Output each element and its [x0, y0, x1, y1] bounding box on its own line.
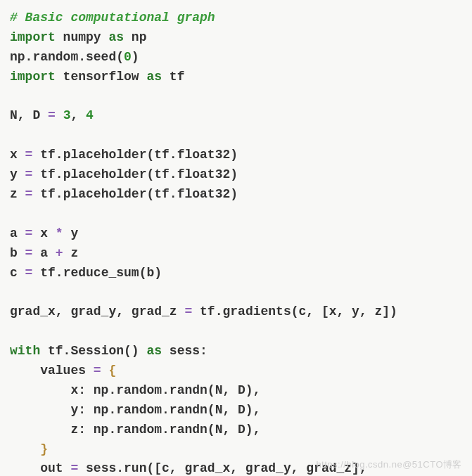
keyword-import: import — [10, 30, 56, 44]
text: tf.placeholder(tf.float32) — [32, 187, 238, 201]
code-line-13: b = a + z — [10, 244, 462, 264]
number: 3 — [63, 108, 71, 122]
text: N, D — [10, 108, 48, 122]
text: tf.placeholder(tf.float32) — [32, 148, 238, 162]
text: z — [10, 187, 25, 201]
code-line-14: c = tf.reduce_sum(b) — [10, 264, 462, 283]
text: x — [32, 226, 55, 240]
code-line-20: x: np.random.randn(N, D), — [10, 381, 462, 401]
text — [56, 108, 63, 122]
text: z: np.random.randn(N, D), — [10, 423, 260, 437]
text: numpy — [56, 30, 109, 44]
blank-line — [10, 322, 462, 342]
blank-line — [10, 283, 462, 302]
text: np — [124, 30, 146, 44]
keyword-with: with — [10, 344, 40, 358]
text: y: np.random.randn(N, D), — [10, 403, 260, 417]
operator-multiply: * — [56, 226, 63, 240]
text: , — [70, 108, 86, 122]
watermark-text: https://blog.csdn.ne@51CTO博客 — [316, 458, 462, 472]
operator-equals: = — [25, 266, 33, 280]
code-line-18: with tf.Session() as sess: — [10, 342, 462, 361]
text: a — [10, 226, 25, 240]
comment: # Basic computational graph — [10, 11, 215, 25]
blank-line — [10, 87, 462, 107]
code-line-8: x = tf.placeholder(tf.float32) — [10, 146, 462, 165]
keyword-as: as — [108, 30, 124, 44]
text: z — [63, 246, 79, 260]
code-line-22: z: np.random.randn(N, D), — [10, 420, 462, 440]
keyword-as: as — [146, 344, 162, 358]
blank-line — [10, 205, 462, 224]
text: sess: — [162, 344, 208, 358]
operator-equals: = — [25, 148, 33, 162]
code-line-6: N, D = 3, 4 — [10, 106, 462, 126]
code-block: # Basic computational graph import numpy… — [10, 8, 462, 476]
text: tf.gradients(c, [x, y, z]) — [192, 304, 397, 319]
text: values — [10, 364, 94, 378]
blank-line — [10, 126, 462, 146]
number: 4 — [86, 108, 94, 122]
text: np.random.seed( — [10, 50, 124, 64]
text: tensorflow — [56, 70, 147, 84]
operator-plus: + — [56, 246, 63, 260]
operator-equals: = — [25, 226, 33, 240]
text — [10, 442, 40, 456]
code-line-23: } — [10, 440, 462, 460]
code-line-19: values = { — [10, 361, 462, 381]
code-line-1: # Basic computational graph — [10, 8, 462, 28]
keyword-as: as — [146, 70, 162, 84]
text: a — [32, 246, 55, 260]
text: grad_x, grad_y, grad_z — [10, 304, 184, 319]
operator-equals: = — [70, 461, 78, 475]
brace-open: { — [108, 364, 116, 378]
text: ) — [132, 50, 139, 64]
code-line-4: import tensorflow as tf — [10, 67, 462, 87]
text: tf.Session() — [40, 344, 146, 358]
code-line-21: y: np.random.randn(N, D), — [10, 401, 462, 420]
text: c — [10, 266, 25, 280]
operator-equals: = — [25, 167, 33, 181]
code-line-3: np.random.seed(0) — [10, 48, 462, 67]
code-line-9: y = tf.placeholder(tf.float32) — [10, 165, 462, 185]
number: 0 — [124, 50, 132, 64]
operator-equals: = — [48, 108, 56, 122]
text: x: np.random.randn(N, D), — [10, 383, 260, 397]
text: y — [63, 226, 79, 240]
text: y — [10, 167, 25, 181]
code-line-10: z = tf.placeholder(tf.float32) — [10, 185, 462, 205]
operator-equals: = — [25, 187, 33, 201]
text — [101, 364, 109, 378]
keyword-import: import — [10, 70, 56, 84]
text: b — [10, 246, 25, 260]
text: out — [10, 461, 70, 475]
operator-equals: = — [25, 246, 33, 260]
operator-equals: = — [184, 304, 192, 319]
code-line-12: a = x * y — [10, 224, 462, 244]
text: tf — [162, 70, 184, 84]
brace-close: } — [40, 442, 48, 456]
text: x — [10, 148, 25, 162]
text: tf.reduce_sum(b) — [32, 266, 162, 280]
operator-equals: = — [94, 364, 101, 378]
code-line-2: import numpy as np — [10, 28, 462, 48]
text: tf.placeholder(tf.float32) — [32, 167, 238, 181]
code-line-16: grad_x, grad_y, grad_z = tf.gradients(c,… — [10, 302, 462, 322]
